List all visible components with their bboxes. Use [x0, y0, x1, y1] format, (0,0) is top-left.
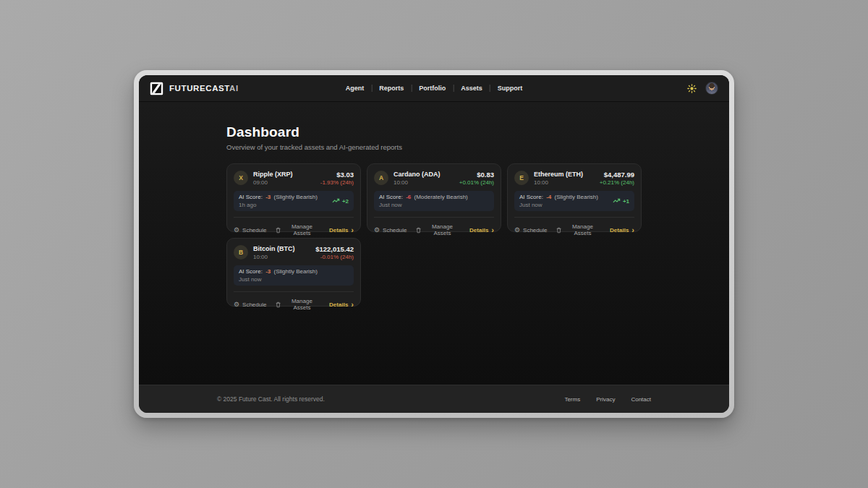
nav-link-portfolio[interactable]: Portfolio	[412, 85, 453, 92]
schedule-label: Schedule	[523, 227, 547, 234]
asset-card-cardano: A Cardano (ADA) 10:00 $0.83 +0.01% (24h)	[367, 163, 501, 232]
ai-score-sentiment: (Slightly Bearish)	[555, 194, 598, 200]
details-label: Details	[329, 227, 348, 234]
asset-change: +0.21% (24h)	[600, 179, 634, 186]
asset-name: Cardano (ADA)	[393, 171, 441, 179]
asset-price: $4,487.99	[600, 171, 634, 179]
manage-assets-button[interactable]: Manage Assets	[556, 223, 600, 236]
main-nav: Agent Reports Portfolio Assets Support	[339, 85, 530, 92]
chevron-right-icon: ›	[351, 227, 354, 233]
trash-icon	[276, 301, 281, 308]
details-button[interactable]: Details ›	[469, 227, 494, 234]
main-area: Dashboard Overview of your tracked asset…	[139, 102, 729, 385]
details-button[interactable]: Details ›	[329, 301, 354, 308]
card-actions: ⚙ Schedule Manage Assets Details ›	[234, 292, 354, 311]
card-actions: ⚙ Schedule Manage Assets Details ›	[374, 218, 494, 236]
manage-assets-label: Manage Assets	[425, 223, 460, 236]
asset-name: Ethereum (ETH)	[534, 171, 583, 179]
brand-name-primary: FUTURECAST	[169, 84, 229, 93]
ai-score-panel: AI Score: -6 (Moderately Bearish) Just n…	[374, 191, 494, 211]
sun-icon	[687, 84, 697, 93]
ai-score-panel: AI Score: -3 (Slightly Bearish) Just now	[234, 265, 354, 286]
asset-cards-grid: X Ripple (XRP) 09:00 $3.03 -1.93% (24h)	[226, 163, 642, 307]
ai-score-updated: Just now	[379, 202, 468, 208]
trending-up-icon	[613, 198, 621, 204]
theme-toggle-button[interactable]	[686, 82, 697, 94]
nav-link-support[interactable]: Support	[490, 85, 530, 92]
app-screen: FUTURECASTAI Agent Reports Portfolio Ass…	[139, 75, 729, 413]
ai-score-label: AI Score:	[239, 268, 263, 275]
trash-icon	[276, 227, 281, 234]
trend-value: +1	[623, 198, 629, 205]
asset-time: 10:00	[393, 179, 441, 186]
schedule-label: Schedule	[242, 301, 266, 308]
nav-link-reports[interactable]: Reports	[372, 85, 411, 92]
ai-score-value: -4	[546, 194, 551, 200]
schedule-label: Schedule	[242, 227, 266, 234]
brand-name-suffix: AI	[229, 84, 239, 93]
asset-card-ethereum: E Ethereum (ETH) 10:00 $4,487.99 +0.21% …	[507, 163, 642, 232]
manage-assets-label: Manage Assets	[565, 223, 600, 236]
ai-score-updated: Just now	[239, 276, 318, 283]
footer-link-privacy[interactable]: Privacy	[596, 396, 615, 403]
futurecast-logo-icon	[150, 82, 163, 95]
gear-icon: ⚙	[234, 301, 239, 308]
nav-item: Agent	[339, 85, 372, 92]
asset-time: 10:00	[253, 254, 295, 260]
ai-score-value: -3	[265, 268, 271, 275]
header-right	[686, 82, 718, 95]
details-label: Details	[329, 301, 348, 308]
asset-initial-badge: A	[374, 171, 388, 185]
chevron-right-icon: ›	[631, 227, 634, 233]
nav-item: Support	[490, 85, 530, 92]
schedule-button[interactable]: ⚙ Schedule	[234, 227, 266, 234]
ai-score-sentiment: (Slightly Bearish)	[274, 194, 318, 200]
asset-price: $3.03	[320, 171, 354, 179]
trend-value: +2	[342, 198, 349, 205]
chevron-right-icon: ›	[351, 301, 354, 307]
ai-score-label: AI Score:	[379, 194, 403, 200]
asset-card-ripple: X Ripple (XRP) 09:00 $3.03 -1.93% (24h)	[226, 163, 361, 232]
details-button[interactable]: Details ›	[329, 227, 354, 234]
ai-score-updated: Just now	[519, 202, 598, 208]
trend-badge: +2	[332, 198, 349, 205]
details-label: Details	[610, 227, 629, 234]
card-actions: ⚙ Schedule Manage Assets Details ›	[514, 218, 634, 236]
manage-assets-button[interactable]: Manage Assets	[276, 223, 320, 236]
nav-link-assets[interactable]: Assets	[454, 85, 490, 92]
details-button[interactable]: Details ›	[610, 227, 634, 234]
asset-initial-badge: B	[234, 245, 248, 260]
footer-link-terms[interactable]: Terms	[564, 396, 580, 403]
trash-icon	[556, 227, 561, 234]
schedule-button[interactable]: ⚙ Schedule	[514, 227, 547, 234]
user-avatar[interactable]	[705, 82, 718, 95]
footer-link-contact[interactable]: Contact	[631, 396, 651, 403]
trend-badge: +1	[613, 198, 629, 205]
details-label: Details	[469, 227, 488, 234]
trending-up-icon	[332, 198, 340, 204]
asset-change: -1.93% (24h)	[320, 179, 354, 186]
card-actions: ⚙ Schedule Manage Assets Details ›	[234, 218, 354, 236]
manage-assets-label: Manage Assets	[284, 298, 320, 311]
nav-link-agent[interactable]: Agent	[339, 85, 372, 92]
browser-window-frame: FUTURECASTAI Agent Reports Portfolio Ass…	[134, 70, 734, 418]
schedule-button[interactable]: ⚙ Schedule	[374, 227, 407, 234]
manage-assets-button[interactable]: Manage Assets	[276, 298, 320, 311]
manage-assets-label: Manage Assets	[284, 223, 320, 236]
brand-name: FUTURECASTAI	[169, 84, 239, 93]
nav-item: Portfolio	[411, 85, 453, 92]
asset-initial-badge: X	[234, 171, 248, 185]
manage-assets-button[interactable]: Manage Assets	[416, 223, 460, 236]
asset-name: Bitcoin (BTC)	[253, 245, 295, 253]
ai-score-panel: AI Score: -3 (Slightly Bearish) 1h ago +…	[234, 191, 354, 211]
app-footer: © 2025 Future Cast. All rights reserved.…	[139, 385, 729, 413]
ai-score-updated: 1h ago	[239, 202, 318, 208]
schedule-button[interactable]: ⚙ Schedule	[234, 301, 266, 308]
trash-icon	[416, 227, 421, 234]
nav-item: Reports	[371, 85, 411, 92]
asset-time: 10:00	[534, 179, 583, 186]
asset-card-bitcoin: B Bitcoin (BTC) 10:00 $122,015.42 -0.01%…	[226, 238, 361, 307]
page-subtitle: Overview of your tracked assets and AI-g…	[226, 143, 642, 151]
ai-score-value: -3	[265, 194, 271, 200]
ai-score-sentiment: (Moderately Bearish)	[414, 194, 468, 200]
